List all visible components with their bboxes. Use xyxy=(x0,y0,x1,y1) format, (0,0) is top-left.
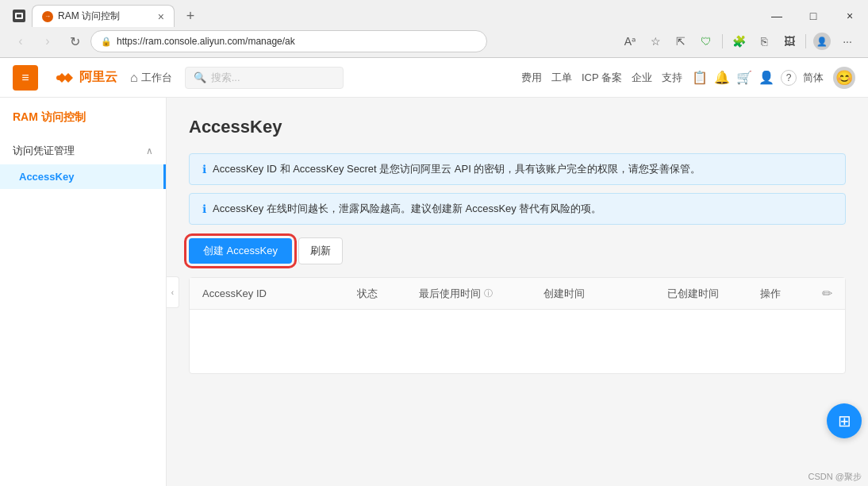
main-layout: RAM 访问控制 访问凭证管理 ∧ AccessKey ‹ AccessKey … xyxy=(0,98,868,486)
nav-item-support[interactable]: 支持 xyxy=(662,71,682,85)
app: ≡ 阿里云 ⌂ 工作台 🔍 搜索... 费用 工单 ICP 备案 企业 xyxy=(0,58,868,486)
alert2-icon: ℹ xyxy=(202,202,206,215)
sidebar-item-accesskey[interactable]: AccessKey xyxy=(0,164,166,189)
window-close-button[interactable]: × xyxy=(832,5,868,27)
sidebar-section-toggle[interactable]: ∧ xyxy=(146,145,153,156)
profile-icon[interactable]: 👤 xyxy=(811,30,833,52)
alert-box-1: ℹ AccessKey ID 和 AccessKey Secret 是您访问阿里… xyxy=(189,153,846,185)
logo-text: 阿里云 xyxy=(79,69,117,86)
tab-title: RAM 访问控制 xyxy=(58,10,153,23)
address-lock-icon: 🔒 xyxy=(101,37,112,47)
nav-icon-question[interactable]: ? xyxy=(781,70,797,86)
browser-icon3[interactable]: 🖽 xyxy=(778,30,801,52)
browser-app-icon xyxy=(13,10,25,22)
sidebar-section-header[interactable]: 访问凭证管理 ∧ xyxy=(0,137,166,164)
browser-icon2[interactable]: ⎘ xyxy=(753,30,775,52)
table-header-id: AccessKey ID xyxy=(202,287,357,299)
nav-item-workorder[interactable]: 工单 xyxy=(551,71,572,85)
top-nav: ≡ 阿里云 ⌂ 工作台 🔍 搜索... 费用 工单 ICP 备案 企业 xyxy=(0,58,868,98)
table-edit-icon[interactable]: ✏ xyxy=(822,286,832,301)
search-icon: 🔍 xyxy=(194,71,206,83)
user-avatar[interactable]: 😊 xyxy=(833,67,855,89)
window-controls: — □ × xyxy=(759,5,868,27)
sidebar-section-credentials: 访问凭证管理 ∧ AccessKey xyxy=(0,137,166,189)
create-accesskey-button[interactable]: 创建 AccessKey xyxy=(189,238,292,264)
address-url: https://ram.console.aliyun.com/manage/ak xyxy=(117,36,477,47)
accesskey-table: AccessKey ID 状态 最后使用时间 ⓘ 创建时间 已创建时间 xyxy=(189,277,846,374)
sidebar-title[interactable]: RAM 访问控制 xyxy=(0,98,166,137)
nav-icon-cart[interactable]: 🛒 xyxy=(736,70,752,85)
nav-item-enterprise[interactable]: 企业 xyxy=(632,71,652,85)
table-body xyxy=(190,310,845,373)
home-icon[interactable]: ⌂ xyxy=(130,71,138,85)
minimize-button[interactable]: — xyxy=(759,5,795,27)
reload-button[interactable]: ↻ xyxy=(63,30,86,52)
watermark: CSDN @聚步 xyxy=(808,471,862,483)
shield-icon[interactable]: 🛡 xyxy=(695,30,717,52)
nav-breadcrumb: ⌂ 工作台 xyxy=(130,71,172,85)
extensions-icon[interactable]: 🧩 xyxy=(728,30,750,52)
aliyun-logo-icon xyxy=(51,68,76,87)
browser-toolbar-right: Aᵃ ☆ ⇱ 🛡 🧩 ⎘ 🖽 👤 ··· xyxy=(619,30,858,52)
maximize-button[interactable]: □ xyxy=(795,5,832,27)
table-header-duration: 已创建时间 xyxy=(667,287,760,301)
nav-lang[interactable]: 简体 xyxy=(803,71,824,85)
nav-item-fees[interactable]: 费用 xyxy=(521,71,542,85)
lastused-info-icon[interactable]: ⓘ xyxy=(484,287,493,299)
table-header-actions: 操作 xyxy=(760,287,822,301)
alert1-icon: ℹ xyxy=(202,163,206,176)
browser-icon1[interactable]: ⇱ xyxy=(670,30,692,52)
table-header-created: 创建时间 xyxy=(543,287,667,301)
table-header: AccessKey ID 状态 最后使用时间 ⓘ 创建时间 已创建时间 xyxy=(190,278,845,310)
forward-button[interactable]: › xyxy=(36,30,59,52)
sidebar-collapse-toggle[interactable]: ‹ xyxy=(167,276,179,308)
toolbar-divider xyxy=(722,34,723,48)
new-tab-button[interactable]: + xyxy=(178,5,203,27)
tab-favicon: → xyxy=(42,11,53,22)
main-content: AccessKey ℹ AccessKey ID 和 AccessKey Sec… xyxy=(167,98,868,486)
sidebar: RAM 访问控制 访问凭证管理 ∧ AccessKey xyxy=(0,98,167,486)
hamburger-button[interactable]: ≡ xyxy=(13,65,38,91)
nav-item-icp[interactable]: ICP 备案 xyxy=(582,71,622,85)
nav-icon-group: 📋 🔔 🛒 👤 ? 简体 xyxy=(692,70,824,86)
address-input[interactable]: 🔒 https://ram.console.aliyun.com/manage/… xyxy=(90,30,487,52)
favorites-icon[interactable]: ☆ xyxy=(644,30,666,52)
nav-icon-docs[interactable]: 📋 xyxy=(692,70,708,85)
aliyun-logo[interactable]: 阿里云 xyxy=(51,68,117,87)
svg-point-1 xyxy=(66,75,71,80)
table-header-status: 状态 xyxy=(357,287,419,301)
top-nav-right: 费用 工单 ICP 备案 企业 支持 📋 🔔 🛒 👤 ? 简体 😊 xyxy=(521,67,855,89)
toolbar-divider2 xyxy=(805,34,806,48)
sidebar-section-label: 访问凭证管理 xyxy=(13,144,75,158)
browser-chrome: → RAM 访问控制 × + — □ × ‹ › ↻ 🔒 https://ram… xyxy=(0,0,868,58)
search-placeholder: 搜索... xyxy=(211,71,240,85)
address-bar-row: ‹ › ↻ 🔒 https://ram.console.aliyun.com/m… xyxy=(0,27,868,57)
tab-close-icon[interactable]: × xyxy=(158,10,164,23)
float-btn-icon: ⊞ xyxy=(838,411,851,430)
refresh-button[interactable]: 刷新 xyxy=(298,237,343,264)
action-bar: 创建 AccessKey 刷新 xyxy=(189,237,846,264)
nav-icon-alert[interactable]: 🔔 xyxy=(714,70,730,85)
float-action-button[interactable]: ⊞ xyxy=(827,403,862,438)
table-header-lastused: 最后使用时间 ⓘ xyxy=(419,287,543,301)
read-aloud-icon[interactable]: Aᵃ xyxy=(619,30,641,52)
alert2-text: AccessKey 在线时间越长，泄露风险越高。建议创建新 AccessKey … xyxy=(213,202,601,216)
nav-icon-person[interactable]: 👤 xyxy=(759,70,774,85)
page-title: AccessKey xyxy=(189,117,846,137)
browser-tab[interactable]: → RAM 访问控制 × xyxy=(32,5,175,27)
browser-menu-icon[interactable]: ··· xyxy=(836,30,858,52)
search-bar[interactable]: 🔍 搜索... xyxy=(185,67,344,89)
svg-point-0 xyxy=(56,75,61,80)
alert1-text: AccessKey ID 和 AccessKey Secret 是您访问阿里云 … xyxy=(213,162,701,176)
alert-box-2: ℹ AccessKey 在线时间越长，泄露风险越高。建议创建新 AccessKe… xyxy=(189,193,846,225)
back-button[interactable]: ‹ xyxy=(10,30,32,52)
workbench-label[interactable]: 工作台 xyxy=(141,71,172,85)
